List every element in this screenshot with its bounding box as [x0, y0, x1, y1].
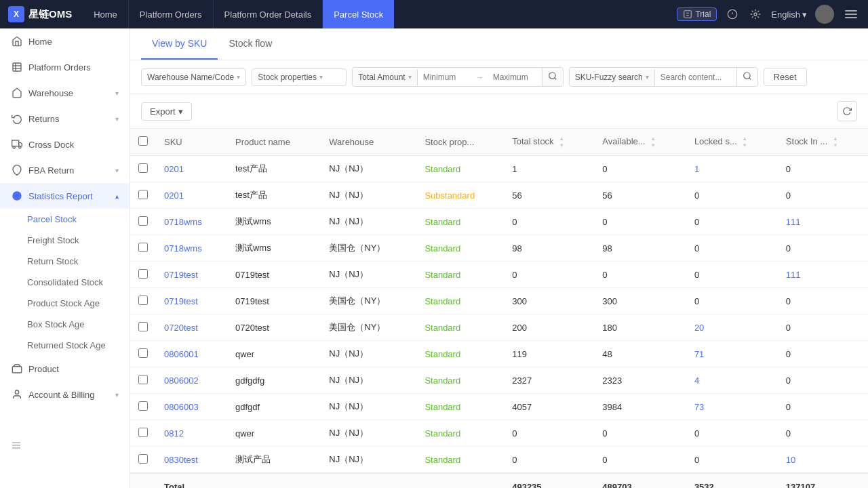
svg-line-20: [554, 78, 556, 80]
amount-filter-label[interactable]: Total Amount ▾: [353, 69, 417, 85]
sku-link[interactable]: 0719test: [164, 296, 198, 306]
table-total-row: Total 493235 489703 3532 137107: [130, 473, 868, 488]
chevron-down-icon: ▾: [408, 73, 412, 81]
sku-link[interactable]: 0201: [164, 190, 184, 201]
sidebar-sub-product-stock-age[interactable]: Product Stock Age: [27, 293, 130, 314]
row-checkbox[interactable]: [138, 322, 148, 331]
chevron-down-icon: ▾: [237, 73, 240, 81]
row-checkbox[interactable]: [138, 296, 148, 305]
sku-link[interactable]: 0806003: [164, 402, 199, 412]
stock-prop-cell: Standard: [416, 156, 504, 182]
stock-in-link[interactable]: 10: [786, 455, 795, 465]
sidebar-item-platform-orders[interactable]: Platform Orders: [0, 54, 130, 80]
row-checkbox[interactable]: [138, 375, 148, 384]
row-checkbox[interactable]: [138, 428, 148, 437]
total-stock-cell: 4057: [504, 394, 594, 420]
sku-search-input[interactable]: [655, 69, 736, 85]
filter-bar: Warehouse Name/Code ▾ Stock properties ▾…: [130, 60, 868, 94]
amount-search-button[interactable]: [542, 68, 563, 86]
svg-rect-7: [13, 63, 21, 71]
col-total-stock[interactable]: Total stock ▲▼: [504, 129, 594, 156]
reset-button[interactable]: Reset: [764, 68, 807, 86]
sidebar-item-cross-dock[interactable]: Cross Dock: [0, 131, 130, 157]
svg-point-12: [13, 146, 15, 148]
min-amount-input[interactable]: [418, 69, 472, 85]
nav-platform-order-details[interactable]: Platform Order Details: [214, 0, 323, 28]
sidebar-sub-returned-stock-age[interactable]: Returned Stock Age: [27, 335, 130, 356]
sku-link[interactable]: 0718wms: [164, 243, 202, 253]
trial-label: Trial: [695, 9, 711, 19]
stock-in-link[interactable]: 111: [786, 270, 801, 280]
sku-link[interactable]: 0806002: [164, 375, 199, 386]
locked-link[interactable]: 1: [694, 164, 699, 174]
sidebar-item-returns[interactable]: Returns ▾: [0, 106, 130, 131]
app-logo[interactable]: X 星链OMS: [8, 6, 83, 22]
sku-search-label[interactable]: SKU-Fuzzy search ▾: [570, 69, 655, 85]
user-avatar[interactable]: [815, 5, 834, 24]
sidebar-sub-freight-stock[interactable]: Freight Stock: [27, 230, 130, 251]
stock-in-cell: 0: [778, 235, 868, 262]
sku-link[interactable]: 0720test: [164, 323, 198, 333]
stock-properties-filter[interactable]: Stock properties ▾: [252, 68, 347, 86]
sidebar-item-statistics-report[interactable]: Statistics Report ▴: [0, 183, 130, 209]
row-checkbox[interactable]: [138, 190, 148, 199]
sku-link[interactable]: 0830test: [164, 455, 198, 465]
nav-home[interactable]: Home: [83, 0, 129, 28]
row-checkbox[interactable]: [138, 401, 148, 411]
table-row: 0806002 gdfgdfg NJ（NJ） Standard 2327 232…: [130, 367, 868, 394]
col-stock-in[interactable]: Stock In ... ▲▼: [778, 129, 868, 156]
tab-view-by-sku[interactable]: View by SKU: [141, 28, 218, 60]
select-all-checkbox[interactable]: [138, 136, 148, 146]
max-amount-input[interactable]: [488, 69, 542, 85]
locked-link[interactable]: 20: [694, 323, 704, 333]
row-checkbox[interactable]: [138, 269, 148, 279]
sidebar-bottom-icon[interactable]: [0, 434, 130, 456]
nav-parcel-stock[interactable]: Parcel Stock: [323, 0, 394, 28]
sidebar-sub-parcel-stock[interactable]: Parcel Stock: [27, 209, 130, 230]
sku-search-button[interactable]: [736, 68, 757, 86]
locked-cell: 0: [686, 209, 778, 235]
sidebar-sub-consolidated-stock[interactable]: Consolidated Stock: [27, 272, 130, 293]
sidebar-item-fba-return[interactable]: FBA Return ▾: [0, 157, 130, 183]
locked-link[interactable]: 4: [694, 375, 699, 386]
row-checkbox[interactable]: [138, 348, 148, 358]
app-name: 星链OMS: [28, 8, 72, 21]
sidebar-item-home[interactable]: Home: [0, 28, 130, 54]
available-cell: 2323: [594, 367, 686, 394]
svg-line-22: [749, 78, 751, 80]
locked-link[interactable]: 73: [694, 402, 704, 412]
page-header: View by SKU Stock flow: [130, 28, 868, 60]
refresh-button[interactable]: [837, 101, 857, 121]
language-selector[interactable]: English ▾: [771, 9, 807, 20]
tab-stock-flow[interactable]: Stock flow: [218, 28, 283, 60]
nav-platform-orders[interactable]: Platform Orders: [129, 0, 214, 28]
sku-link[interactable]: 0201: [164, 164, 184, 174]
sidebar-item-product[interactable]: Product: [0, 356, 130, 382]
sidebar-account-label: Account & Billing: [28, 390, 110, 400]
row-checkbox[interactable]: [138, 454, 148, 464]
sidebar-sub-box-stock-age[interactable]: Box Stock Age: [27, 314, 130, 335]
table-row: 0830test 测试产品 NJ（NJ） Standard 0 0 0 10: [130, 447, 868, 474]
row-checkbox[interactable]: [138, 216, 148, 226]
sku-link[interactable]: 0719test: [164, 270, 198, 280]
hamburger-icon[interactable]: [842, 7, 860, 21]
row-checkbox[interactable]: [138, 163, 148, 173]
col-available[interactable]: Available... ▲▼: [594, 129, 686, 156]
stock-in-link[interactable]: 111: [786, 217, 801, 227]
locked-link[interactable]: 71: [694, 349, 704, 359]
sidebar-item-account-billing[interactable]: Account & Billing ▾: [0, 382, 130, 407]
warehouse-filter[interactable]: Warehouse Name/Code ▾: [141, 68, 246, 86]
stock-props-label: Stock properties: [258, 73, 317, 82]
sku-link[interactable]: 0812: [164, 428, 184, 439]
settings-icon[interactable]: [748, 7, 763, 22]
export-button[interactable]: Export ▾: [141, 102, 192, 121]
sku-link[interactable]: 0718wms: [164, 217, 202, 227]
row-checkbox[interactable]: [138, 243, 148, 252]
locked-cell: 0: [686, 235, 778, 262]
sidebar-item-warehouse[interactable]: Warehouse ▾: [0, 80, 130, 106]
notification-icon[interactable]: [725, 7, 740, 22]
stock-prop-cell: Substandard: [416, 182, 504, 209]
sidebar-sub-return-stock[interactable]: Return Stock: [27, 251, 130, 272]
col-locked[interactable]: Locked s... ▲▼: [686, 129, 778, 156]
sku-link[interactable]: 0806001: [164, 349, 199, 359]
